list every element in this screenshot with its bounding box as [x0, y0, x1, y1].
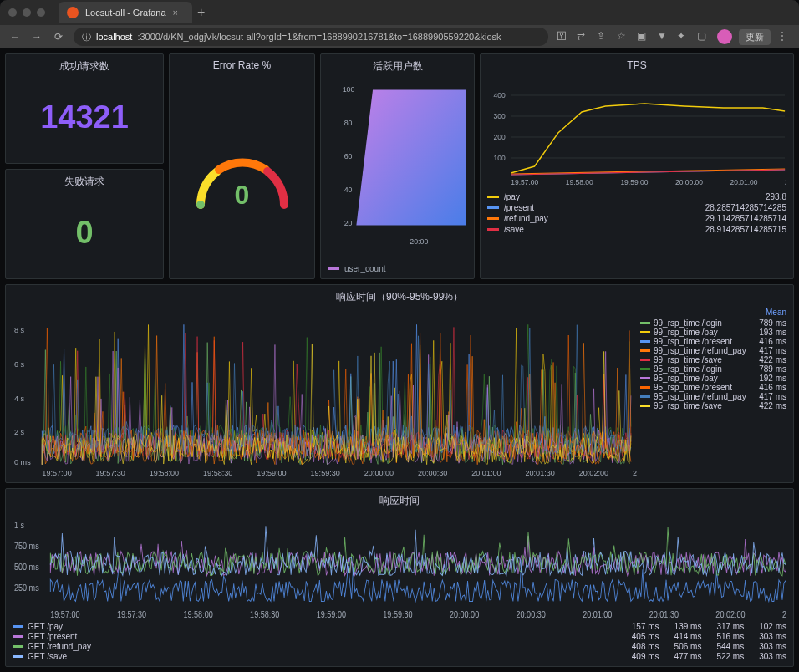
legend-row[interactable]: 99_rsp_time /refund_pay417 ms	[640, 346, 786, 355]
key-icon[interactable]: ⚿	[557, 30, 570, 43]
legend-row[interactable]: 99_rsp_time /save422 ms	[640, 355, 786, 364]
traffic-close[interactable]	[8, 8, 17, 17]
panel-title: Error Rate %	[176, 59, 308, 71]
svg-text:19:58:00: 19:58:00	[566, 178, 593, 186]
legend-row[interactable]: /save28.914285714285715	[487, 225, 786, 234]
legend-swatch	[640, 368, 650, 370]
legend-value: 417 ms	[759, 346, 786, 355]
svg-text:20:02:00: 20:02:00	[579, 469, 608, 477]
legend-label: GET /refund_pay	[28, 642, 128, 651]
legend-row[interactable]: 99_rsp_time /login789 ms	[640, 318, 786, 328]
panel-tps[interactable]: TPS 400 300 200 100 19:57:0019:58:0019:5…	[480, 53, 794, 279]
legend-row[interactable]: 95_rsp_time /login789 ms	[640, 364, 786, 374]
svg-text:20:00:00: 20:00:00	[450, 609, 479, 619]
back-icon[interactable]: ←	[8, 30, 22, 43]
legend-row[interactable]: GET /save409 ms477 ms522 ms303 ms	[13, 652, 786, 661]
translate-icon[interactable]: ⇄	[577, 30, 590, 43]
resp-percentile-legend: Mean 99_rsp_time /login789 ms99_rsp_time…	[640, 308, 786, 477]
svg-text:19:58:00: 19:58:00	[150, 469, 179, 477]
svg-text:19:58:00: 19:58:00	[184, 609, 213, 619]
legend-swatch	[487, 196, 499, 198]
legend-row[interactable]: 95_rsp_time /pay192 ms	[640, 374, 786, 383]
panel-response-time[interactable]: 响应时间 1 s 750 ms 500 ms 250 ms 19:57:0019…	[5, 488, 794, 667]
svg-text:1 s: 1 s	[14, 521, 24, 531]
svg-text:20:01:00: 20:01:00	[471, 469, 501, 477]
legend-row[interactable]: /pay293.8	[487, 192, 786, 201]
svg-text:19:59:30: 19:59:30	[383, 609, 412, 619]
panel-title: 响应时间	[13, 494, 786, 508]
svg-text:60: 60	[344, 150, 353, 160]
panel-active-users[interactable]: 活跃用户数 100 80 60 40 20 20:00 user_co	[320, 53, 475, 279]
svg-text:19:57:30: 19:57:30	[96, 469, 125, 477]
legend-row[interactable]: /present28.285714285714285	[487, 203, 786, 212]
url-host: localhost	[96, 32, 132, 42]
ubuntu-icon	[67, 7, 79, 18]
legend-swatch	[640, 322, 650, 324]
traffic-max[interactable]	[37, 8, 45, 17]
browser-tab[interactable]: Locsut-all - Grafana ×	[59, 2, 192, 23]
panel-error-rate[interactable]: Error Rate % 0	[169, 53, 315, 279]
ext3-icon[interactable]: ✦	[677, 30, 690, 43]
resp-time-chart: 1 s 750 ms 500 ms 250 ms 19:57:0019:57:3…	[13, 512, 786, 620]
panel-success-requests[interactable]: 成功请求数 14321	[5, 53, 164, 164]
legend-swatch	[640, 359, 650, 361]
legend-value: 416 ms	[759, 337, 786, 346]
resp-percentile-chart: 8 s 6 s 4 s 2 s 0 ms 19:57:0019:57:3019:…	[13, 308, 637, 477]
svg-text:20: 20	[344, 217, 353, 227]
legend-value: 789 ms	[759, 318, 786, 328]
traffic-min[interactable]	[23, 8, 31, 17]
ext2-icon[interactable]: ▼	[657, 30, 670, 43]
legend-row[interactable]: 95_rsp_time /present416 ms	[640, 383, 786, 392]
legend-header: Mean	[640, 308, 786, 317]
legend-label: user_count	[344, 264, 385, 273]
legend-value: 293.8	[766, 192, 786, 201]
svg-text:6 s: 6 s	[14, 360, 25, 369]
legend-row[interactable]: GET /present405 ms414 ms516 ms303 ms	[13, 632, 786, 641]
url-field[interactable]: ⓘ localhost :3000/d/KN_odgjVk/locsut-all…	[74, 28, 548, 46]
star-icon[interactable]: ☆	[617, 30, 630, 43]
active-users-chart: 100 80 60 40 20 20:00	[328, 77, 467, 262]
ext1-icon[interactable]: ▣	[637, 30, 650, 43]
more-icon[interactable]: ⋮	[777, 30, 791, 43]
panel-response-percentile[interactable]: 响应时间（90%-95%-99%） 8 s 6 s 4 s 2 s 0 ms 1…	[5, 284, 794, 483]
legend-row[interactable]: 99_rsp_time /present416 ms	[640, 337, 786, 346]
legend-value: 789 ms	[759, 364, 786, 374]
svg-text:19:59:00: 19:59:00	[257, 469, 286, 477]
svg-text:20:02:00: 20:02:00	[785, 178, 786, 186]
legend-swatch	[13, 625, 23, 628]
legend-row[interactable]: GET /refund_pay408 ms506 ms544 ms303 ms	[13, 642, 786, 651]
legend-value: 409 ms	[632, 652, 659, 661]
legend-swatch	[640, 349, 650, 352]
legend-value: 102 ms	[759, 622, 786, 631]
close-icon[interactable]: ×	[173, 8, 178, 18]
legend-value: 422 ms	[759, 401, 786, 410]
update-button[interactable]: 更新	[739, 29, 771, 45]
legend-row[interactable]: /refund_pay29.114285714285714	[487, 214, 786, 223]
legend-row[interactable]: GET /pay157 ms139 ms317 ms102 ms	[13, 622, 786, 631]
legend-value: 193 ms	[759, 328, 786, 337]
legend-row[interactable]: 99_rsp_time /pay193 ms	[640, 328, 786, 337]
forward-icon[interactable]: →	[30, 30, 43, 43]
reload-icon[interactable]: ⟳	[52, 30, 65, 43]
legend-value: 408 ms	[632, 642, 659, 651]
ext4-icon[interactable]: ▢	[697, 30, 710, 43]
share-icon[interactable]: ⇪	[597, 30, 610, 43]
new-tab-button[interactable]: +	[197, 5, 205, 20]
legend-swatch	[328, 267, 339, 270]
legend-value: 477 ms	[674, 652, 702, 661]
legend-label: GET /pay	[28, 622, 128, 631]
profile-avatar[interactable]	[717, 29, 732, 44]
panel-title: TPS	[487, 59, 786, 71]
legend-value: 303 ms	[759, 652, 786, 661]
svg-text:19:57:30: 19:57:30	[117, 609, 146, 619]
svg-text:20:00:00: 20:00:00	[364, 469, 394, 477]
svg-text:19:59:00: 19:59:00	[620, 178, 648, 186]
legend-row[interactable]: 95_rsp_time /refund_pay417 ms	[640, 392, 786, 401]
address-bar: ← → ⟳ ⓘ localhost :3000/d/KN_odgjVk/locs…	[0, 25, 799, 48]
legend-swatch	[640, 405, 650, 407]
svg-text:19:59:00: 19:59:00	[317, 609, 346, 619]
legend-value: 506 ms	[674, 642, 702, 651]
panel-failed-requests[interactable]: 失败请求 0	[5, 169, 164, 279]
legend-swatch	[640, 331, 650, 333]
legend-row[interactable]: 95_rsp_time /save422 ms	[640, 401, 786, 410]
